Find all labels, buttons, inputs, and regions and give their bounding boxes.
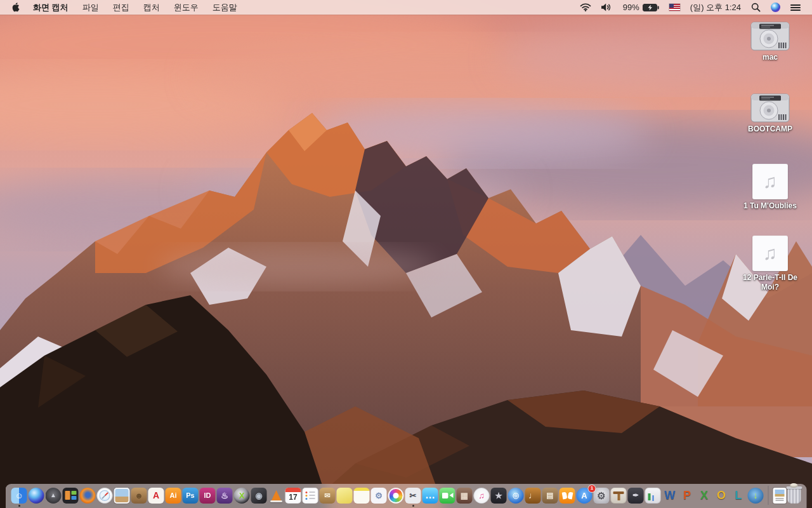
pinboard-documents-glyph: ▤	[546, 491, 553, 499]
menu-bar-status-area: 99% (일) 오후 1:24	[575, 0, 806, 15]
finder-glyph: ☺	[15, 491, 23, 500]
dock-itunes-icon[interactable]: ♫	[474, 488, 490, 504]
hard-drive-icon	[750, 22, 790, 51]
ms-powerpoint-glyph: P	[683, 490, 691, 501]
dock-pages-icon[interactable]: ✒	[628, 488, 644, 504]
xld-glyph: X	[239, 491, 245, 500]
menu-item[interactable]: 편집	[106, 0, 136, 15]
dock-ms-lync-icon[interactable]: L	[731, 488, 747, 504]
battery-charging-icon	[643, 4, 659, 11]
dock-system-preferences-icon[interactable]: ⚙	[594, 488, 610, 504]
system-preferences-glyph: ⚙	[597, 491, 605, 500]
desktop-wallpaper	[0, 0, 812, 508]
dock-image-capture-icon[interactable]: ⚙	[371, 488, 387, 504]
dock-vlc-icon[interactable]	[268, 488, 284, 504]
menu-item[interactable]: 파일	[75, 0, 106, 15]
photoshop-glyph: Ps	[186, 492, 194, 499]
dock-document-file-icon[interactable]	[773, 488, 787, 504]
garageband-glyph: ♩	[528, 491, 537, 500]
dock-ms-word-icon[interactable]: W	[662, 488, 678, 504]
apple-logo-icon	[11, 3, 20, 12]
dock-numbers-icon[interactable]	[645, 488, 661, 504]
contacts-glyph: ☻	[134, 491, 143, 500]
dock-imovie-icon[interactable]: ★	[491, 488, 507, 504]
dock-trash-full-icon[interactable]	[788, 488, 801, 504]
dock-keynote-icon[interactable]	[611, 488, 627, 504]
app-store-badge: 1	[589, 485, 596, 492]
dock-finder-icon[interactable]: ☺	[11, 488, 27, 504]
siri-icon[interactable]	[766, 0, 785, 15]
ms-outlook-glyph: O	[717, 490, 726, 501]
ms-lync-glyph: L	[735, 490, 742, 501]
unarchiver-glyph: ✉	[324, 492, 330, 499]
notification-center-icon[interactable]	[785, 0, 806, 15]
desktop-icon-label: mac	[763, 53, 778, 62]
dock-safari-icon[interactable]	[97, 488, 113, 504]
dock-ms-excel-icon[interactable]: X	[697, 488, 712, 504]
desktop-icon-volume-bootcamp[interactable]: BOOTCAMP	[735, 93, 806, 134]
dock-app-store-icon[interactable]: A1	[577, 488, 593, 504]
dock-disc-burner-icon[interactable]: ◉	[251, 488, 267, 504]
dock-grab-icon[interactable]: ✂	[405, 488, 421, 504]
menu-bar: 화면 캡처 파일편집캡처윈도우도움말 99%	[0, 0, 812, 15]
app-store-glyph: A	[581, 491, 587, 500]
dock-messages-icon[interactable]: …	[422, 488, 438, 504]
battery-percent-label: 99%	[623, 3, 639, 12]
dock-acrobat-icon[interactable]: A	[148, 488, 164, 504]
dock-illustrator-icon[interactable]: Ai	[166, 488, 181, 504]
dock-reminders-icon[interactable]	[303, 488, 318, 504]
ms-word-glyph: W	[665, 490, 676, 501]
dock-preview-icon[interactable]	[114, 488, 130, 504]
dock-facetime-icon[interactable]	[440, 488, 455, 504]
us-flag-input-icon[interactable]	[664, 0, 685, 15]
dock-toast-titanium-icon[interactable]: ♨	[217, 488, 233, 504]
dock-photoshop-icon[interactable]: Ps	[183, 488, 199, 504]
acrobat-glyph: A	[153, 491, 159, 500]
menu-item[interactable]: 도움말	[206, 0, 244, 15]
dock-notes-icon[interactable]	[354, 488, 370, 504]
music-file-icon: ♫	[752, 236, 788, 271]
dock-web-downloader-icon[interactable]: ↓	[748, 488, 764, 504]
dock-photo-booth-icon[interactable]: ▦	[457, 488, 473, 504]
idvd-glyph: ◎	[513, 491, 519, 499]
dock-siri-icon[interactable]	[29, 488, 44, 504]
dock-xld-icon[interactable]: X	[234, 488, 250, 504]
apple-menu[interactable]	[8, 3, 26, 12]
dock-photos-icon[interactable]	[388, 488, 404, 504]
desktop-icon-volume-mac[interactable]: mac	[735, 22, 806, 62]
desktop-icon-audio-file-12[interactable]: ♫12 Parle-T-Il De Moi?	[735, 236, 806, 292]
menu-item[interactable]: 윈도우	[167, 0, 206, 15]
grab-glyph: ✂	[410, 491, 417, 500]
pages-glyph: ✒	[632, 491, 639, 499]
menu-bar-clock[interactable]: (일) 오후 1:24	[685, 0, 746, 15]
dock-firefox-icon[interactable]	[80, 488, 96, 504]
sierra-mountain-art	[0, 0, 812, 508]
menu-item[interactable]: 캡처	[136, 0, 167, 15]
dock-contacts-icon[interactable]: ☻	[131, 488, 147, 504]
dock-garageband-icon[interactable]: ♩	[525, 488, 541, 504]
desktop-icon-label: BOOTCAMP	[748, 124, 792, 134]
dock-ms-outlook-icon[interactable]: O	[714, 488, 730, 504]
dock-ms-powerpoint-icon[interactable]: P	[679, 488, 695, 504]
toast-titanium-glyph: ♨	[221, 491, 228, 500]
calendar-glyph: 17	[289, 493, 297, 501]
dock-mission-control-icon[interactable]	[63, 488, 79, 504]
dock-ibooks-icon[interactable]	[560, 488, 575, 504]
macos-desktop: 화면 캡처 파일편집캡처윈도우도움말 99%	[0, 0, 812, 508]
spotlight-search-icon[interactable]	[746, 0, 766, 15]
volume-icon[interactable]	[596, 0, 618, 15]
dock: ☺▲☻AAiPsID♨X◉17✉⚙✂…▦♫★◎♩▤A1⚙✒WPXOL↓	[6, 484, 807, 508]
dock-calendar-icon[interactable]: 17	[285, 488, 301, 504]
dock-unarchiver-icon[interactable]: ✉	[320, 488, 336, 504]
dock-launchpad-icon[interactable]: ▲	[46, 488, 62, 504]
dock-stickies-icon[interactable]	[337, 488, 353, 504]
battery-status[interactable]: 99%	[618, 0, 664, 15]
desktop-icon-audio-file-1[interactable]: ♫1 Tu M'Oublies	[735, 164, 806, 211]
dock-idvd-icon[interactable]: ◎	[508, 488, 524, 504]
dock-indesign-icon[interactable]: ID	[200, 488, 216, 504]
hard-drive-icon	[750, 93, 790, 123]
image-capture-glyph: ⚙	[375, 491, 383, 500]
wifi-icon[interactable]	[575, 0, 596, 15]
dock-pinboard-documents-icon[interactable]: ▤	[542, 488, 558, 504]
app-menu-title[interactable]: 화면 캡처	[26, 0, 75, 15]
